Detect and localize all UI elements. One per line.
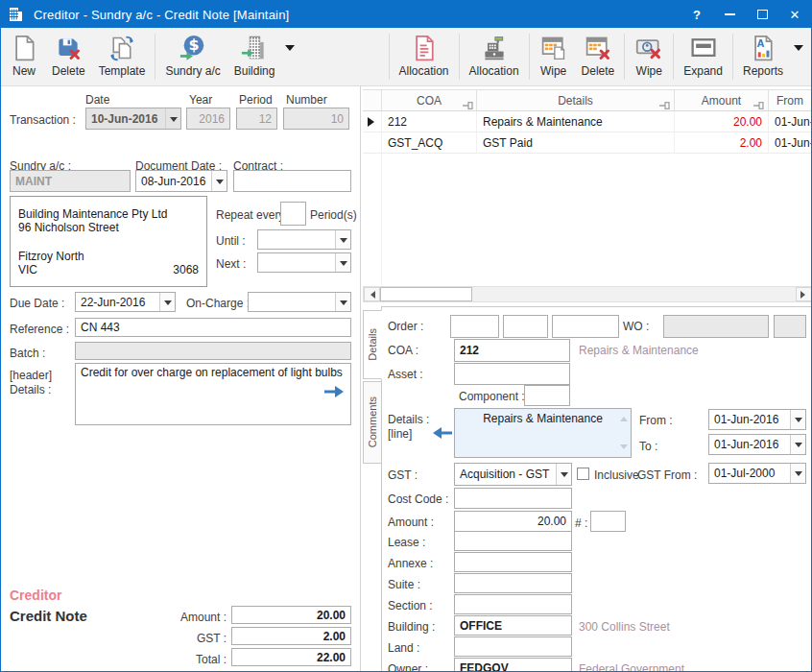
dropdown-button[interactable]: [335, 230, 350, 249]
to-date-combo[interactable]: 01-Jun-2016: [708, 434, 806, 455]
line-amount-field[interactable]: [454, 511, 572, 532]
line-details-field[interactable]: Repairs & Maintenance: [454, 408, 632, 458]
dropdown-button[interactable]: [790, 410, 805, 429]
document-date-combo[interactable]: 08-Jun-2016: [135, 170, 227, 192]
section-field[interactable]: [454, 594, 572, 614]
reports-button[interactable]: A Reports: [736, 30, 790, 84]
grid-cell-coa[interactable]: 212: [382, 111, 477, 132]
grid-cell-coa[interactable]: GST_ACQ: [382, 132, 477, 154]
expand-button[interactable]: Expand: [677, 30, 729, 84]
delete-line-button[interactable]: Delete: [575, 30, 622, 84]
grid-cell-from[interactable]: 01-Jun-2016: [769, 132, 812, 154]
reports-dropdown-arrow[interactable]: [794, 45, 803, 56]
suite-field[interactable]: [454, 573, 572, 593]
grid-cell-details[interactable]: Repairs & Maintenance: [477, 111, 675, 132]
allocation-button[interactable]: Allocation: [393, 30, 456, 84]
on-charge-combo[interactable]: [248, 292, 351, 312]
wipe-allocation-button[interactable]: Wipe: [628, 30, 670, 84]
until-combo[interactable]: [257, 229, 351, 250]
row-selector[interactable]: [363, 111, 382, 132]
pin-icon[interactable]: [463, 99, 473, 112]
wo-field[interactable]: [663, 315, 769, 338]
dropdown-button[interactable]: [556, 464, 571, 485]
pin-icon[interactable]: [659, 99, 670, 112]
scroll-down-icon[interactable]: [620, 444, 628, 453]
header-details-field[interactable]: Credit for over charge on replacement of…: [75, 363, 351, 425]
owner-field[interactable]: [454, 658, 572, 672]
dropdown-button[interactable]: [790, 464, 805, 483]
component-field[interactable]: [524, 385, 570, 406]
summary-amount-field[interactable]: [231, 606, 351, 624]
allocation-register-button[interactable]: Allocation: [463, 30, 526, 84]
dropdown-button[interactable]: [159, 293, 175, 311]
scroll-left-button[interactable]: [364, 287, 380, 301]
lease-field[interactable]: [454, 531, 572, 551]
gst-type-combo[interactable]: Acquisition - GST: [454, 463, 572, 486]
maximize-button[interactable]: [746, 1, 778, 28]
annexe-label: Annexe :: [388, 557, 433, 570]
reference-field[interactable]: [75, 318, 351, 337]
order-field-3[interactable]: [552, 315, 619, 338]
land-field[interactable]: [454, 636, 572, 657]
dropdown-button[interactable]: [211, 171, 227, 191]
due-date-combo[interactable]: 22-Jun-2016: [75, 292, 176, 312]
order-field-2[interactable]: [503, 315, 548, 338]
chevron-down-icon: [795, 443, 802, 451]
grid-cell-amount[interactable]: 2.00: [675, 132, 769, 154]
cost-code-field[interactable]: [454, 488, 572, 509]
grid-header-details[interactable]: Details: [477, 89, 675, 111]
building-dropdown-arrow[interactable]: [285, 45, 295, 56]
contract-field[interactable]: [233, 170, 351, 192]
number-field[interactable]: [283, 108, 349, 130]
summary-gst-field[interactable]: [231, 627, 351, 645]
period-field[interactable]: [236, 108, 277, 130]
grid-header-amount[interactable]: Amount: [675, 89, 769, 111]
wo-small-field[interactable]: [774, 315, 806, 338]
building-button[interactable]: Building: [227, 30, 282, 84]
tab-details[interactable]: Details: [363, 310, 382, 379]
line-coa-field[interactable]: [454, 339, 570, 362]
gst-from-combo[interactable]: 01-Jul-2000: [708, 463, 806, 484]
pin-icon[interactable]: [753, 99, 764, 112]
minimize-button[interactable]: [713, 1, 746, 28]
help-button[interactable]: ?: [681, 1, 713, 28]
transaction-date-combo[interactable]: 10-Jun-2016: [85, 108, 181, 130]
delete-button[interactable]: Delete: [45, 30, 92, 84]
order-field-1[interactable]: [450, 315, 499, 338]
dropdown-button[interactable]: [165, 108, 180, 129]
tab-comments[interactable]: Comments: [363, 381, 382, 464]
sundry-account-field[interactable]: [10, 170, 131, 192]
scroll-up-icon[interactable]: [620, 413, 628, 421]
repeat-every-field[interactable]: [280, 202, 306, 226]
dropdown-button[interactable]: [790, 435, 805, 454]
batch-field[interactable]: [75, 342, 351, 360]
scroll-right-button[interactable]: [796, 287, 812, 301]
grid-cell-details[interactable]: GST Paid: [477, 132, 675, 154]
asset-field[interactable]: [454, 363, 570, 385]
building-field[interactable]: [454, 615, 572, 636]
dropdown-button[interactable]: [335, 293, 350, 311]
scrollbar-thumb[interactable]: [380, 287, 472, 301]
asset-label: Asset :: [388, 368, 423, 381]
close-button[interactable]: ✕: [778, 1, 811, 28]
annexe-field[interactable]: [454, 552, 572, 572]
grid-cell-from[interactable]: 01-Jun-2016: [769, 111, 812, 132]
expand-details-arrow-icon[interactable]: [324, 384, 344, 401]
year-field[interactable]: [186, 108, 230, 130]
wipe-button[interactable]: Wipe: [533, 30, 575, 84]
grid-header-from[interactable]: From: [769, 89, 812, 111]
inclusive-checkbox[interactable]: [577, 468, 589, 480]
template-button[interactable]: Template: [92, 30, 153, 84]
hash-field[interactable]: [590, 511, 626, 532]
next-combo[interactable]: [257, 252, 351, 273]
new-button[interactable]: New: [3, 30, 45, 84]
copy-details-arrow-icon[interactable]: [433, 425, 452, 443]
sundry-ac-button[interactable]: $ Sundry a/c: [158, 30, 227, 84]
row-selector[interactable]: [363, 132, 382, 154]
from-date-combo[interactable]: 01-Jun-2016: [708, 409, 806, 430]
grid-header-coa[interactable]: COA: [382, 89, 477, 111]
dropdown-button[interactable]: [335, 253, 350, 272]
grid-cell-amount[interactable]: 20.00: [675, 111, 769, 132]
summary-total-field[interactable]: [231, 648, 351, 666]
grid-horizontal-scrollbar[interactable]: [363, 286, 812, 302]
